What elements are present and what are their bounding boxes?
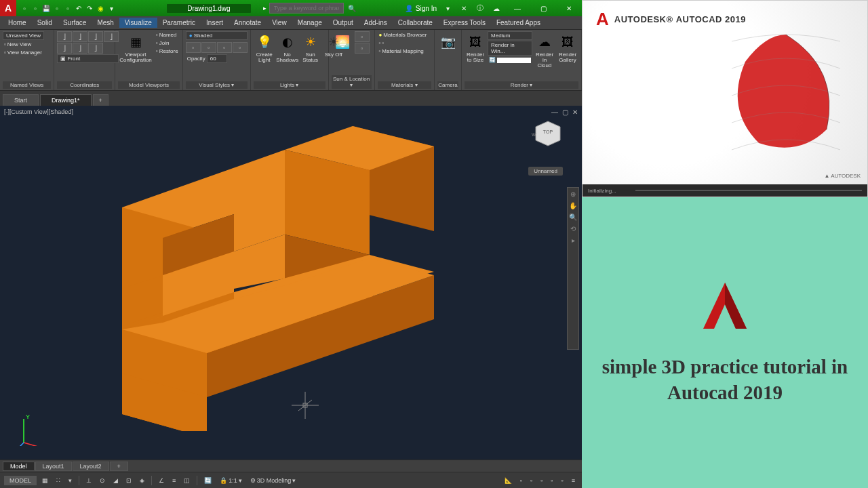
qat-more-icon[interactable]: ▾ bbox=[106, 3, 117, 14]
restore-vp-button[interactable]: ▫Restore bbox=[155, 47, 180, 55]
otrack-icon[interactable]: ∠ bbox=[156, 476, 167, 485]
camera-button[interactable]: 📷 bbox=[437, 31, 459, 53]
pan-icon[interactable]: ✋ bbox=[569, 202, 577, 209]
layout-layout1[interactable]: Layout1 bbox=[35, 462, 72, 471]
qat-layer-icon[interactable]: ◉ bbox=[95, 3, 106, 14]
vp-min-icon[interactable]: — bbox=[551, 108, 558, 116]
hardware-icon[interactable]: ▫ bbox=[538, 476, 545, 485]
tab-insert[interactable]: Insert bbox=[201, 18, 229, 28]
time-btn[interactable]: ▫ bbox=[355, 43, 370, 54]
iso-icon[interactable]: ◢ bbox=[111, 476, 121, 485]
viewcube[interactable]: TOP W S bbox=[528, 119, 561, 153]
panel-sunloc[interactable]: Sun & Location ▾ bbox=[332, 75, 372, 89]
tab-mesh[interactable]: Mesh bbox=[92, 18, 119, 28]
vs-btn1[interactable]: ▫ bbox=[186, 42, 201, 53]
zoom-icon[interactable]: 🔍 bbox=[569, 214, 577, 221]
info-icon[interactable]: ⓘ bbox=[475, 3, 486, 14]
qat-save-icon[interactable]: 💾 bbox=[41, 3, 52, 14]
materials-browser-button[interactable]: ●Materials Browser bbox=[378, 31, 429, 39]
restore-button[interactable]: ▢ bbox=[533, 1, 553, 15]
app-logo[interactable]: A bbox=[0, 0, 16, 16]
material-mapping-button[interactable]: ▫Material Mapping bbox=[378, 47, 429, 55]
vs-btn2[interactable]: ▫ bbox=[201, 42, 216, 53]
render-window-select[interactable]: Render in Win... bbox=[488, 41, 532, 56]
tab-manage[interactable]: Manage bbox=[292, 18, 328, 28]
ucs-unnamed-label[interactable]: Unnamed bbox=[528, 167, 563, 176]
tab-view[interactable]: View bbox=[267, 18, 292, 28]
search-input[interactable] bbox=[269, 3, 344, 14]
opacity-value[interactable]: 60 bbox=[207, 54, 227, 63]
panel-visual[interactable]: Visual Styles ▾ bbox=[186, 81, 248, 89]
snap-icon[interactable]: ∷ bbox=[54, 476, 63, 485]
close-button[interactable]: ✕ bbox=[559, 1, 579, 15]
sun-status-button[interactable]: ☀Sun Status bbox=[300, 31, 321, 64]
tab-start[interactable]: Start bbox=[3, 94, 39, 106]
showmotion-icon[interactable]: ▸ bbox=[572, 237, 575, 244]
grid-icon[interactable]: ▦ bbox=[39, 476, 51, 485]
new-view-button[interactable]: ▫New View bbox=[3, 41, 44, 48]
transparency-icon[interactable]: ◫ bbox=[181, 476, 193, 485]
date-btn[interactable]: ▫ bbox=[355, 31, 370, 42]
tab-drawing1[interactable]: Drawing1* bbox=[40, 94, 92, 106]
tab-solid[interactable]: Solid bbox=[32, 18, 58, 28]
isolate-icon[interactable]: ▫ bbox=[548, 476, 555, 485]
qat-new-icon[interactable]: ▫ bbox=[19, 3, 30, 14]
cloud-icon[interactable]: ☁ bbox=[491, 3, 502, 14]
qat-saveas-icon[interactable]: ▫ bbox=[52, 3, 62, 14]
tab-collaborate[interactable]: Collaborate bbox=[393, 18, 438, 28]
vs-btn3[interactable]: ▫ bbox=[217, 42, 232, 53]
help-icon[interactable]: ▾ bbox=[442, 3, 453, 14]
render-gallery-button[interactable]: 🖼Render Gallery bbox=[557, 31, 578, 64]
ucs-btn5[interactable]: ⎦ bbox=[57, 43, 72, 54]
tab-featured-apps[interactable]: Featured Apps bbox=[491, 18, 546, 28]
layout-+[interactable]: + bbox=[110, 462, 128, 471]
tab-output[interactable]: Output bbox=[328, 18, 359, 28]
ucs-btn2[interactable]: ⎦ bbox=[73, 31, 87, 42]
layout-layout2[interactable]: Layout2 bbox=[73, 462, 109, 471]
render-size-button[interactable]: 🖼Render to Size bbox=[465, 31, 486, 64]
qprop-icon[interactable]: ▫ bbox=[528, 476, 535, 485]
vs-btn4[interactable]: ▫ bbox=[233, 42, 248, 53]
polar-icon[interactable]: ⊙ bbox=[97, 476, 108, 485]
osnap-icon[interactable]: ⊡ bbox=[123, 476, 134, 485]
material-toggle[interactable]: ▫▫ bbox=[378, 39, 429, 47]
vp-close-icon[interactable]: ✕ bbox=[572, 108, 578, 116]
ucs-btn6[interactable]: ⎦ bbox=[73, 43, 87, 54]
qat-open-icon[interactable]: ▫ bbox=[30, 3, 41, 14]
render-cloud-button[interactable]: ☁Render in Cloud bbox=[534, 31, 555, 70]
join-vp-button[interactable]: ▫Join bbox=[155, 39, 180, 47]
panel-render[interactable]: Render ▾ bbox=[465, 81, 578, 89]
qat-redo-icon[interactable]: ↷ bbox=[84, 3, 95, 14]
fullnav-icon[interactable]: ⊕ bbox=[570, 190, 576, 198]
tab-annotate[interactable]: Annotate bbox=[229, 18, 267, 28]
panel-materials[interactable]: Materials ▾ bbox=[378, 81, 432, 89]
lweight-icon[interactable]: ≡ bbox=[170, 476, 178, 485]
visual-style-select[interactable]: ● Shaded bbox=[186, 31, 248, 40]
tab-parametric[interactable]: Parametric bbox=[157, 18, 201, 28]
tab-home[interactable]: Home bbox=[3, 18, 32, 28]
cycling-icon[interactable]: 🔄 bbox=[201, 476, 214, 485]
unsaved-view-select[interactable]: Unsaved View bbox=[3, 31, 44, 40]
front-select[interactable]: ▣ Front bbox=[57, 54, 119, 63]
panel-lights[interactable]: Lights ▾ bbox=[254, 81, 326, 89]
qat-undo-icon[interactable]: ↶ bbox=[73, 3, 84, 14]
workspace-button[interactable]: ⚙3D Modeling ▾ bbox=[248, 476, 299, 485]
3dosnap-icon[interactable]: ◈ bbox=[137, 476, 147, 485]
create-light-button[interactable]: 💡Create Light bbox=[254, 31, 275, 64]
render-quality-select[interactable]: Medium bbox=[488, 31, 532, 40]
navigation-bar[interactable]: ⊕ ✋ 🔍 ⟲ ▸ bbox=[567, 187, 579, 350]
orbit-icon[interactable]: ⟲ bbox=[570, 225, 576, 232]
no-shadows-button[interactable]: ◐No Shadows bbox=[277, 31, 298, 64]
tab-surface[interactable]: Surface bbox=[58, 18, 92, 28]
ortho-icon[interactable]: ⊥ bbox=[83, 476, 94, 485]
tab-new[interactable]: + bbox=[93, 94, 108, 106]
annomon-icon[interactable]: 📐 bbox=[502, 476, 515, 485]
layout-model[interactable]: Model bbox=[3, 462, 35, 471]
view-manager-button[interactable]: ▫View Manager bbox=[3, 49, 44, 56]
qat-plot-icon[interactable]: ▫ bbox=[62, 3, 73, 14]
clean-icon[interactable]: ▫ bbox=[559, 476, 566, 485]
vp-max-icon[interactable]: ▢ bbox=[562, 108, 568, 116]
infer-icon[interactable]: ▾ bbox=[66, 476, 75, 485]
viewport-config-button[interactable]: ▦Viewport Configuration bbox=[118, 31, 153, 64]
ucs-btn3[interactable]: ⎦ bbox=[88, 31, 103, 42]
